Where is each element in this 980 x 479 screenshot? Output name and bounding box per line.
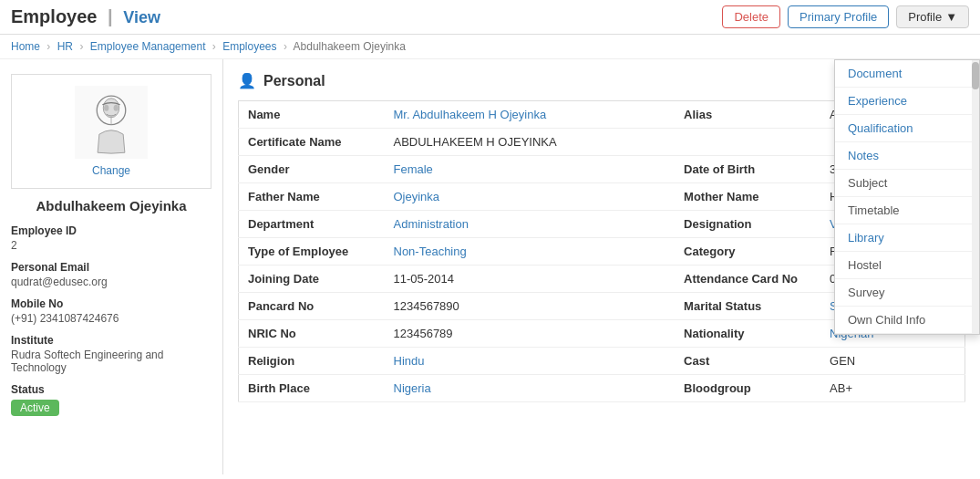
field-value: AB+: [820, 375, 965, 402]
dropdown-item-survey[interactable]: Survey: [835, 279, 979, 307]
field-value[interactable]: Female: [385, 156, 676, 183]
breadcrumb-current: Abdulhakeem Ojeyinka: [294, 40, 406, 53]
table-row: Birth PlaceNigeriaBloodgroupAB+: [239, 375, 965, 402]
field-key: Attendance Card No: [675, 266, 820, 293]
field-label: Father Name: [239, 183, 385, 211]
table-row: ReligionHinduCastGEN: [239, 348, 965, 375]
sidebar: Change Abdulhakeem Ojeyinka Employee ID …: [0, 59, 223, 474]
dropdown-item-subject[interactable]: Subject: [835, 170, 979, 197]
field-label: Birth Place: [239, 375, 385, 402]
dropdown-item-qualification[interactable]: Qualification: [835, 115, 979, 142]
header-buttons: Delete Primary Profile Profile ▼: [722, 5, 969, 28]
page-title: Employee | View: [11, 6, 160, 27]
mobile-no-value: (+91) 2341087424676: [11, 312, 211, 325]
field-key: Alias: [675, 101, 820, 129]
change-avatar-link[interactable]: Change: [92, 164, 130, 177]
delete-button[interactable]: Delete: [722, 5, 780, 28]
field-value: GEN: [820, 348, 965, 375]
scrollbar[interactable]: [972, 60, 979, 334]
dropdown-item-notes[interactable]: Notes: [835, 142, 979, 170]
employee-name: Abdulhakeem Ojeyinka: [11, 198, 211, 213]
field-key: Cast: [675, 348, 820, 375]
field-label: Pancard No: [239, 293, 385, 320]
field-value: 11-05-2014: [385, 266, 676, 293]
field-value[interactable]: Nigeria: [385, 375, 676, 402]
dropdown-item-hostel[interactable]: Hostel: [835, 252, 979, 279]
field-value[interactable]: Hindu: [385, 348, 676, 375]
svg-point-2: [104, 105, 108, 111]
breadcrumb-employees[interactable]: Employees: [222, 40, 276, 53]
field-key: Date of Birth: [675, 156, 820, 183]
main-content: Change Abdulhakeem Ojeyinka Employee ID …: [0, 59, 980, 474]
profile-dropdown: DocumentExperienceQualificationNotesSubj…: [834, 59, 980, 335]
field-label: NRIC No: [239, 320, 385, 348]
breadcrumb-home[interactable]: Home: [11, 40, 40, 53]
institute-value: Rudra Softech Engineering and Technology: [11, 349, 211, 374]
dropdown-item-library[interactable]: Library: [835, 224, 979, 252]
field-key: Bloodgroup: [675, 375, 820, 402]
field-key: [675, 129, 820, 156]
personal-email-label: Personal Email: [11, 261, 211, 274]
page-header: Employee | View Delete Primary Profile P…: [0, 0, 980, 35]
field-value[interactable]: Ojeyinka: [385, 183, 676, 211]
field-key: Mother Name: [675, 183, 820, 211]
field-value: ABDULHAKEEM H OJEYINKA: [385, 129, 676, 156]
field-label: Joining Date: [239, 266, 385, 293]
field-label: Type of Employee: [239, 238, 385, 266]
field-key: Nationality: [675, 320, 820, 348]
sidebar-info: Employee ID 2 Personal Email qudrat@edus…: [11, 224, 211, 416]
field-value: 123456789: [385, 320, 676, 348]
dropdown-item-experience[interactable]: Experience: [835, 88, 979, 115]
svg-point-3: [114, 105, 119, 111]
field-label: Gender: [239, 156, 385, 183]
personal-email-value: qudrat@edusec.org: [11, 276, 211, 288]
chevron-down-icon: ▼: [945, 10, 957, 24]
dropdown-item-document[interactable]: Document: [835, 60, 979, 88]
profile-button[interactable]: Profile ▼: [896, 5, 969, 28]
breadcrumb: Home › HR › Employee Management › Employ…: [0, 35, 980, 59]
employee-id-value: 2: [11, 239, 211, 252]
mobile-no-label: Mobile No: [11, 297, 211, 310]
avatar-container: Change: [11, 74, 211, 189]
dropdown-item-timetable[interactable]: Timetable: [835, 197, 979, 224]
field-value[interactable]: Mr. Abdulhakeem H Ojeyinka: [385, 101, 676, 129]
avatar: [75, 86, 148, 159]
field-label: Religion: [239, 348, 385, 375]
field-value[interactable]: Non-Teaching: [385, 238, 676, 266]
title-text: Employee: [11, 6, 97, 26]
person-icon: 👤: [238, 72, 256, 89]
field-value[interactable]: Administration: [385, 211, 676, 238]
field-key: Marital Status: [675, 293, 820, 320]
institute-label: Institute: [11, 334, 211, 347]
content-area: 👤 Personal NameMr. Abdulhakeem H Ojeyink…: [223, 59, 980, 474]
field-label: Name: [239, 101, 385, 129]
field-label: Department: [239, 211, 385, 238]
primary-profile-button[interactable]: Primary Profile: [788, 5, 889, 28]
field-value: 1234567890: [385, 293, 676, 320]
status-badge: Active: [11, 400, 59, 416]
field-key: Category: [675, 238, 820, 266]
dropdown-item-own-child-info[interactable]: Own Child Info: [835, 307, 979, 334]
scrollbar-thumb: [972, 62, 979, 89]
breadcrumb-hr[interactable]: HR: [57, 40, 73, 53]
view-link[interactable]: View: [123, 8, 160, 26]
field-key: Designation: [675, 211, 820, 238]
field-label: Certificate Name: [239, 129, 385, 156]
employee-id-label: Employee ID: [11, 224, 211, 237]
status-label: Status: [11, 383, 211, 396]
breadcrumb-employee-management[interactable]: Employee Management: [90, 40, 206, 53]
avatar-image: [79, 90, 143, 154]
